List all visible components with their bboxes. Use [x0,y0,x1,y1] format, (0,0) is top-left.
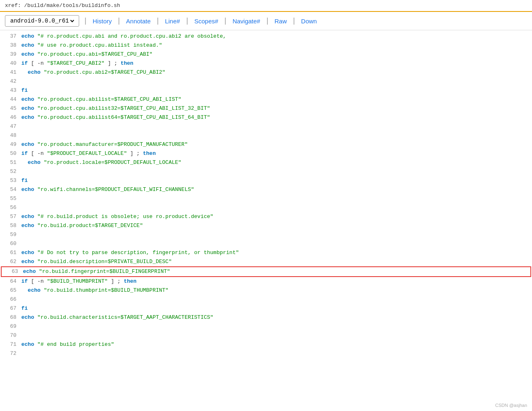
line-content-41: echo "ro.product.cpu.abi2=$TARGET_CPU_AB… [21,68,529,77]
line-num-45: 45 [3,104,16,113]
scopes-link[interactable]: Scopes# [190,18,222,25]
line-num-56: 56 [3,203,16,212]
line-link[interactable]: Line# [161,18,184,25]
line-num-47: 47 [3,122,16,131]
down-link[interactable]: Down [297,18,321,25]
line-content-62: echo "ro.build.description=$PRIVATE_BUIL… [21,257,529,266]
line-num-48: 48 [3,131,16,140]
line-num-70: 70 [3,331,16,340]
code-line-63-highlighted: 63 echo "ro.build.fingerprint=$BUILD_FIN… [1,266,531,277]
code-line-50: 50 if [ -n "$PRODUCT_DEFAULT_LOCALE" ] ;… [0,149,532,158]
line-content-63: echo "ro.build.fingerprint=$BUILD_FINGER… [23,267,527,276]
line-num-46: 46 [3,113,16,122]
line-content-61: echo "# Do not try to parse description,… [21,248,529,257]
line-content-53: fi [21,176,529,185]
code-line-40: 40 if [ -n "$TARGET_CPU_ABI2" ] ; then [0,59,532,68]
code-area: 37 echo "# ro.product.cpu.abi and ro.pro… [0,30,532,360]
code-line-44: 44 echo "ro.product.cpu.abilist=$TARGET_… [0,95,532,104]
line-num-37: 37 [3,32,16,41]
line-num-64: 64 [3,277,16,286]
sep1: | [83,17,88,25]
toolbar-links: | History | Annotate | Line# | Scopes# |… [82,17,321,25]
code-line-38: 38 echo "# use ro.product.cpu.abilist in… [0,41,532,50]
line-num-43: 43 [3,86,16,95]
toolbar: android-9.0.0_r61 | History | Annotate |… [0,12,532,30]
code-line-56: 56 [0,203,532,212]
line-content-57: echo "# ro.build.product is obsolete; us… [21,212,529,221]
line-content-64: if [ -n "$BUILD_THUMBPRINT" ] ; then [21,277,529,286]
code-line-71: 71 echo "# end build properties" [0,340,532,349]
sep2: | [116,17,121,25]
line-content-51: echo "ro.product.locale=$PRODUCT_DEFAULT… [21,158,529,167]
code-line-51: 51 echo "ro.product.locale=$PRODUCT_DEFA… [0,158,532,167]
code-line-68: 68 echo "ro.build.characteristics=$TARGE… [0,313,532,322]
code-line-41: 41 echo "ro.product.cpu.abi2=$TARGET_CPU… [0,68,532,77]
line-content-67: fi [21,304,529,313]
line-num-41: 41 [3,68,16,77]
line-content-49: echo "ro.product.manufacturer=$PRODUCT_M… [21,140,529,149]
annotate-link[interactable]: Annotate [122,18,155,25]
line-content-43: fi [21,86,529,95]
line-content-71: echo "# end build properties" [21,340,529,349]
code-line-69: 69 [0,322,532,331]
code-line-55: 55 [0,194,532,203]
code-line-49: 49 echo "ro.product.manufacturer=$PRODUC… [0,140,532,149]
line-num-65: 65 [3,286,16,295]
line-content-68: echo "ro.build.characteristics=$TARGET_A… [21,313,529,322]
code-line-46: 46 echo "ro.product.cpu.abilist64=$TARGE… [0,113,532,122]
code-line-59: 59 [0,230,532,239]
watermark: CSDN @asjhan [495,403,527,408]
line-content-65: echo "ro.build.thumbprint=$BUILD_THUMBPR… [21,286,529,295]
history-link[interactable]: History [89,18,116,25]
line-num-40: 40 [3,59,16,68]
line-content-46: echo "ro.product.cpu.abilist64=$TARGET_C… [21,113,529,122]
navigate-link[interactable]: Navigate# [228,18,265,25]
xref-path: xref: /build/make/tools/buildinfo.sh [5,2,120,9]
code-line-53: 53 fi [0,176,532,185]
watermark-text: CSDN @asjhan [495,403,527,408]
sep5: | [223,17,228,25]
line-content-58: echo "ro.build.product=$TARGET_DEVICE" [21,221,529,230]
code-line-47: 47 [0,122,532,131]
version-select[interactable]: android-9.0.0_r61 [9,17,75,25]
line-num-67: 67 [3,304,16,313]
code-line-39: 39 echo "ro.product.cpu.abi=$TARGET_CPU_… [0,50,532,59]
sep6: | [265,17,269,25]
code-line-72: 72 [0,349,532,358]
code-line-52: 52 [0,167,532,176]
line-num-54: 54 [3,185,16,194]
code-line-45: 45 echo "ro.product.cpu.abilist32=$TARGE… [0,104,532,113]
line-content-37: echo "# ro.product.cpu.abi and ro.produc… [21,32,529,41]
line-num-62: 62 [3,257,16,266]
code-line-65: 65 echo "ro.build.thumbprint=$BUILD_THUM… [0,286,532,295]
line-num-55: 55 [3,194,16,203]
version-select-wrapper[interactable]: android-9.0.0_r61 [5,15,79,27]
line-num-50: 50 [3,149,16,158]
line-num-68: 68 [3,313,16,322]
line-num-57: 57 [3,212,16,221]
line-num-38: 38 [3,41,16,50]
code-line-66: 66 [0,295,532,304]
code-line-64: 64 if [ -n "$BUILD_THUMBPRINT" ] ; then [0,277,532,286]
line-num-59: 59 [3,230,16,239]
line-num-52: 52 [3,167,16,176]
line-num-60: 60 [3,239,16,248]
line-content-50: if [ -n "$PRODUCT_DEFAULT_LOCALE" ] ; th… [21,149,529,158]
sep3: | [155,17,160,25]
line-num-71: 71 [3,340,16,349]
raw-link[interactable]: Raw [270,18,291,25]
code-line-60: 60 [0,239,532,248]
line-num-69: 69 [3,322,16,331]
xref-bar: xref: /build/make/tools/buildinfo.sh [0,0,532,12]
line-content-54: echo "ro.wifi.channels=$PRODUCT_DEFAULT_… [21,185,529,194]
code-line-57: 57 echo "# ro.build.product is obsolete;… [0,212,532,221]
line-content-39: echo "ro.product.cpu.abi=$TARGET_CPU_ABI… [21,50,529,59]
line-num-66: 66 [3,295,16,304]
line-content-38: echo "# use ro.product.cpu.abilist inste… [21,41,529,50]
code-line-70: 70 [0,331,532,340]
code-line-58: 58 echo "ro.build.product=$TARGET_DEVICE… [0,221,532,230]
code-line-48: 48 [0,131,532,140]
sep4: | [185,17,190,25]
sep7: | [292,17,296,25]
code-line-42: 42 [0,77,532,86]
